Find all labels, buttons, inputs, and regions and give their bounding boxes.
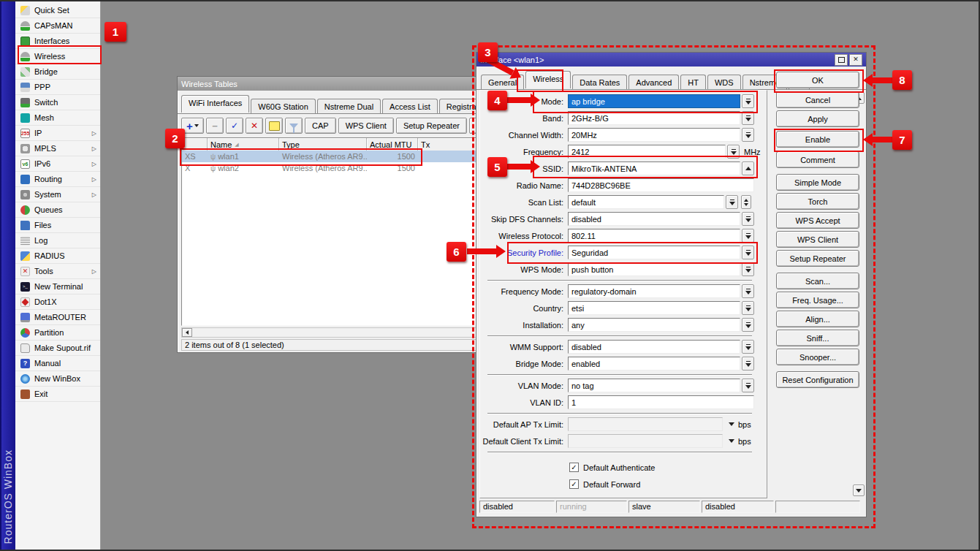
frequency-combobox[interactable]: 2412	[568, 145, 726, 159]
band-combobox[interactable]: 2GHz-B/G	[568, 111, 740, 125]
triangle-down-icon[interactable]	[729, 422, 734, 426]
sidebar-item-make-supout[interactable]: Make Supout.rif	[15, 341, 100, 356]
enable-button[interactable]: Enable	[776, 131, 859, 148]
wps-accept-button[interactable]: WPS Accept	[776, 212, 859, 229]
wps-client-toolbar-button[interactable]: WPS Client	[338, 118, 394, 134]
sidebar-item-new-terminal[interactable]: >_New Terminal	[15, 279, 100, 294]
wmm-support-dropdown-button[interactable]	[742, 340, 754, 354]
tab-nstreme-dual[interactable]: Nstreme Dual	[317, 99, 381, 114]
align-button[interactable]: Align...	[776, 311, 859, 327]
wireless-protocol-dropdown-button[interactable]	[742, 229, 754, 243]
wps-client-button[interactable]: WPS Client	[776, 231, 859, 248]
comment-button[interactable]	[265, 118, 283, 134]
sidebar-item-mpls[interactable]: MPLS▷	[15, 141, 100, 156]
ok-button[interactable]: OK	[776, 72, 859, 88]
reset-configuration-button[interactable]: Reset Configuration	[776, 371, 859, 388]
default-ap-tx-limit-input[interactable]	[568, 417, 723, 431]
security-profile-combobox[interactable]: Seguridad	[568, 246, 740, 259]
sidebar-item-ppp[interactable]: PPP	[15, 80, 100, 95]
country-dropdown-button[interactable]	[742, 301, 754, 315]
flags-column-header[interactable]	[182, 138, 208, 151]
installation-combobox[interactable]: any	[568, 318, 740, 332]
default-client-tx-limit-input[interactable]	[568, 434, 723, 448]
scan-list-combobox[interactable]: default	[568, 195, 724, 209]
mode-dropdown-button[interactable]	[742, 94, 754, 108]
installation-dropdown-button[interactable]	[742, 318, 754, 332]
remove-button[interactable]: −	[206, 118, 224, 134]
name-column-header[interactable]: Name◢	[208, 138, 279, 151]
sidebar-item-radius[interactable]: RADIUS	[15, 248, 100, 264]
bridge-mode-dropdown-button[interactable]	[742, 357, 754, 370]
disable-button[interactable]: ✕	[246, 118, 263, 134]
mode-combobox[interactable]: ap bridge	[568, 94, 740, 108]
sidebar-item-queues[interactable]: Queues	[15, 202, 100, 218]
sidebar-item-ip[interactable]: 255IP▷	[15, 126, 100, 141]
sidebar-item-files[interactable]: Files	[15, 218, 100, 233]
sidebar-item-dot1x[interactable]: Dot1X	[15, 294, 100, 310]
sidebar-item-metarouter[interactable]: MetaROUTER	[15, 310, 100, 325]
frequency-mode-combobox[interactable]: regulatory-domain	[568, 284, 740, 298]
channel-width-dropdown-button[interactable]	[742, 128, 754, 142]
comment-button[interactable]: Comment	[776, 151, 859, 168]
scan-list-dropdown-button[interactable]	[726, 195, 738, 209]
scroll-down-button[interactable]	[853, 484, 865, 496]
sidebar-item-ipv6[interactable]: v6IPv6▷	[15, 156, 100, 172]
tab-advanced[interactable]: Advanced	[628, 75, 679, 90]
torch-button[interactable]: Torch	[776, 193, 859, 210]
sidebar-item-manual[interactable]: ?Manual	[15, 356, 100, 371]
frequency-mode-dropdown-button[interactable]	[742, 284, 754, 298]
ssid-collapse-button[interactable]	[742, 162, 754, 175]
freq-usage-button[interactable]: Freq. Usage...	[776, 292, 859, 308]
type-column-header[interactable]: Type	[279, 138, 367, 151]
skip-dfs-dropdown-button[interactable]	[742, 212, 754, 226]
vlan-mode-dropdown-button[interactable]	[742, 379, 754, 392]
cancel-button[interactable]: Cancel	[776, 91, 859, 108]
cap-button[interactable]: CAP	[305, 118, 336, 134]
channel-width-combobox[interactable]: 20MHz	[568, 128, 740, 142]
vlan-id-input[interactable]: 1	[568, 395, 754, 409]
setup-repeater-button[interactable]: Setup Repeater	[776, 250, 859, 267]
sidebar-item-partition[interactable]: Partition	[15, 325, 100, 341]
sidebar-item-routing[interactable]: Routing▷	[15, 172, 100, 187]
wps-mode-dropdown-button[interactable]	[742, 262, 754, 276]
security-profile-dropdown-button[interactable]	[742, 246, 754, 259]
vlan-mode-combobox[interactable]: no tag	[568, 379, 740, 392]
tab-wds[interactable]: WDS	[707, 75, 741, 90]
actual-mtu-column-header[interactable]: Actual MTU	[367, 138, 418, 151]
tab-access-list[interactable]: Access List	[382, 99, 438, 114]
sidebar-item-capsman[interactable]: CAPsMAN	[15, 18, 100, 34]
sidebar-item-log[interactable]: Log	[15, 233, 100, 248]
bridge-mode-combobox[interactable]: enabled	[568, 357, 740, 370]
enable-button[interactable]: ✓	[226, 118, 243, 134]
scan-list-spinner[interactable]	[741, 195, 751, 209]
triangle-down-icon[interactable]	[729, 439, 734, 443]
scroll-left-button[interactable]	[182, 328, 192, 337]
close-button[interactable]: ✕	[849, 54, 862, 66]
snooper-button[interactable]: Snooper...	[776, 349, 859, 365]
radio-name-input[interactable]: 744D28BC96BE	[568, 178, 754, 192]
default-authenticate-checkbox[interactable]: ✓	[569, 463, 579, 472]
simple-mode-button[interactable]: Simple Mode	[776, 174, 859, 191]
ssid-input[interactable]: MikroTik-ANTENA	[568, 162, 740, 175]
setup-repeater-toolbar-button[interactable]: Setup Repeater	[396, 118, 467, 134]
tab-w60g-station[interactable]: W60G Station	[251, 99, 315, 114]
sidebar-item-quick-set[interactable]: Quick Set	[15, 3, 100, 18]
sidebar-item-system[interactable]: System▷	[15, 187, 100, 202]
scan-button[interactable]: Scan...	[776, 273, 859, 289]
sidebar-item-exit[interactable]: Exit	[15, 387, 100, 402]
default-forward-checkbox[interactable]: ✓	[569, 479, 579, 489]
sidebar-item-switch[interactable]: Switch	[15, 95, 100, 110]
sidebar-item-wireless[interactable]: Wireless	[15, 49, 100, 64]
band-dropdown-button[interactable]	[742, 111, 754, 125]
maximize-button[interactable]	[835, 54, 848, 66]
sidebar-item-mesh[interactable]: Mesh	[15, 110, 100, 126]
sniff-button[interactable]: Sniff...	[776, 330, 859, 346]
sidebar-item-bridge[interactable]: Bridge	[15, 64, 100, 80]
tab-ht[interactable]: HT	[680, 75, 706, 90]
wireless-protocol-combobox[interactable]: 802.11	[568, 229, 740, 243]
tab-data-rates[interactable]: Data Rates	[572, 75, 627, 90]
apply-button[interactable]: Apply	[776, 110, 859, 127]
filter-button[interactable]	[285, 118, 303, 134]
tab-wireless[interactable]: Wireless	[525, 71, 571, 88]
sidebar-item-tools[interactable]: ✕Tools▷	[15, 264, 100, 279]
